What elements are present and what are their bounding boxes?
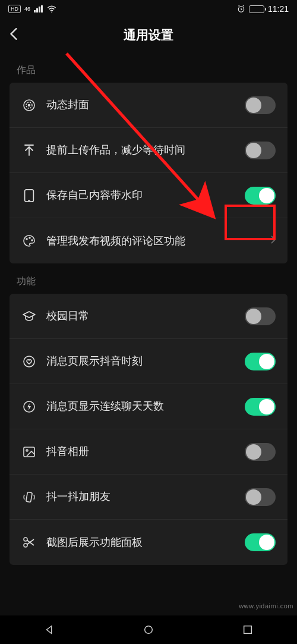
graduation-cap-icon [21, 309, 37, 324]
nav-back-button[interactable] [43, 623, 56, 636]
card-features: 校园日常 消息页展示抖音时刻 消息页显示连续聊天天数 抖音相册 [10, 294, 287, 565]
clock-time: 11:21 [268, 4, 289, 14]
nav-recents-button[interactable] [241, 623, 254, 636]
toggle-preupload[interactable] [245, 142, 276, 159]
status-left: HD 46 [8, 5, 56, 13]
row-label: 保存自己内容带水印 [37, 187, 245, 203]
watermark-url: www.yidaimi.com [239, 602, 293, 610]
row-moments[interactable]: 消息页展示抖音时刻 [10, 339, 287, 384]
toggle-save-watermark[interactable] [245, 187, 276, 205]
row-label: 管理我发布视频的评论区功能 [37, 233, 271, 249]
toggle-dynamic-cover[interactable] [245, 96, 276, 114]
row-screenshot-panel[interactable]: 截图后展示功能面板 [10, 520, 287, 565]
section-label-features: 功能 [0, 263, 297, 294]
header: 通用设置 [0, 18, 297, 52]
section-label-works: 作品 [0, 52, 297, 83]
svg-point-7 [29, 237, 30, 238]
row-label: 抖音相册 [37, 444, 245, 459]
content: 作品 动态封面 提前上传作品，减少等待时间 保存自己内容带水印 [0, 52, 297, 593]
row-label: 消息页显示连续聊天天数 [37, 398, 245, 414]
lightning-icon [21, 399, 37, 414]
page-title: 通用设置 [10, 27, 287, 43]
toggle-album[interactable] [245, 443, 276, 461]
svg-point-12 [26, 450, 28, 451]
upload-icon [21, 143, 37, 158]
image-icon [21, 444, 37, 460]
row-shake[interactable]: 抖一抖加朋友 [10, 475, 287, 520]
card-works: 动态封面 提前上传作品，减少等待时间 保存自己内容带水印 管理我发布视频的评论区… [10, 83, 287, 263]
svg-point-0 [51, 12, 52, 12]
svg-point-9 [24, 356, 34, 367]
status-right: 11:21 [237, 4, 289, 14]
svg-point-8 [31, 240, 33, 241]
svg-rect-18 [244, 626, 251, 634]
row-label: 消息页展示抖音时刻 [37, 353, 245, 369]
network-gen: 46 [24, 6, 30, 12]
wifi-icon [47, 5, 56, 12]
svg-rect-13 [26, 492, 33, 502]
hd-badge: HD [8, 5, 21, 13]
svg-point-6 [26, 238, 27, 240]
toggle-screenshot-panel[interactable] [245, 533, 276, 551]
row-label: 抖一抖加朋友 [37, 489, 245, 504]
row-save-watermark[interactable]: 保存自己内容带水印 [10, 173, 287, 218]
shake-icon [21, 489, 37, 505]
row-label: 提前上传作品，减少等待时间 [37, 142, 245, 158]
device-icon [21, 188, 37, 203]
toggle-moments[interactable] [245, 353, 276, 370]
row-label: 截图后展示功能面板 [37, 535, 245, 550]
row-preupload[interactable]: 提前上传作品，减少等待时间 [10, 128, 287, 173]
system-navbar [0, 615, 297, 644]
target-icon [21, 98, 37, 113]
row-dynamic-cover[interactable]: 动态封面 [10, 83, 287, 128]
row-label: 校园日常 [37, 308, 245, 323]
svg-rect-11 [24, 447, 34, 457]
svg-rect-5 [25, 189, 34, 201]
svg-point-17 [145, 626, 153, 634]
scissors-icon [21, 535, 37, 550]
toggle-chat-streak[interactable] [245, 398, 276, 416]
toggle-shake[interactable] [245, 488, 276, 506]
row-campus[interactable]: 校园日常 [10, 294, 287, 339]
toggle-campus[interactable] [245, 307, 276, 325]
palette-icon [21, 233, 37, 249]
heart-circle-icon [21, 354, 37, 369]
row-label: 动态封面 [37, 97, 245, 112]
signal-bars-icon [34, 5, 43, 12]
row-chat-streak[interactable]: 消息页显示连续聊天天数 [10, 384, 287, 429]
svg-point-4 [29, 104, 30, 106]
status-bar: HD 46 11:21 [0, 0, 297, 18]
alarm-icon [237, 5, 245, 13]
row-manage-comments[interactable]: 管理我发布视频的评论区功能 [10, 218, 287, 263]
chevron-right-icon [271, 235, 276, 246]
nav-home-button[interactable] [142, 623, 155, 636]
row-album[interactable]: 抖音相册 [10, 429, 287, 475]
battery-icon [249, 5, 264, 13]
